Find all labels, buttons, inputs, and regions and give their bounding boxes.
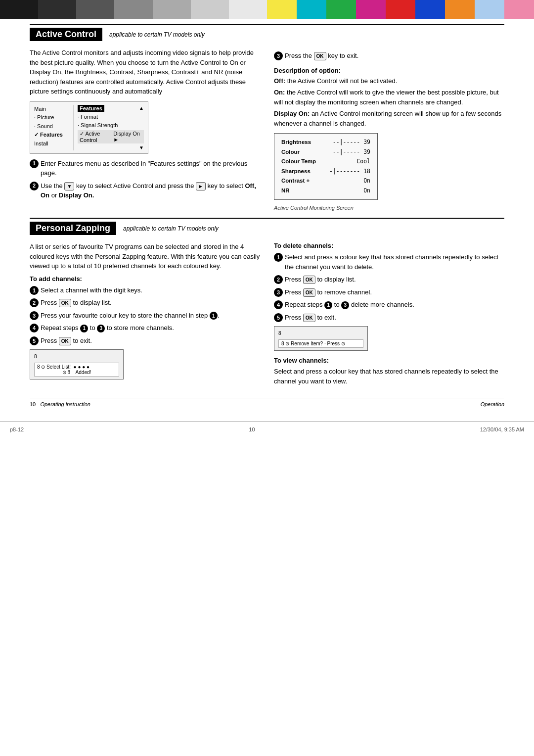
page-content: Active Control applicable to certain TV … <box>0 19 534 417</box>
monitor-box: Brightness --|----- 39 Colour --|----- 3… <box>274 133 378 200</box>
pz-add-step4-num: 4 <box>30 324 39 332</box>
desc-on-term: On: <box>274 89 285 96</box>
menu-item-install: Install <box>34 140 70 148</box>
nav-up-arrow: ▲ <box>139 105 144 111</box>
personal-zapping-section-header: Personal Zapping applicable to certain T… <box>30 218 504 237</box>
page-footer: 10 Operating instruction Operation <box>30 398 504 407</box>
top-bar-right <box>267 0 534 19</box>
pz-del-step2-num: 2 <box>274 275 283 284</box>
menu-item-features: ✓ Features <box>34 131 70 140</box>
monitor-label-brightness: Brightness <box>281 138 326 147</box>
nav-down-arrow: ▼ <box>139 145 144 150</box>
reg-left: p8-12 <box>10 426 24 432</box>
desc-on-text: the Active Control will work to give the… <box>274 89 499 106</box>
menu-col2: Features ▲ · Format · Signal Strength ✓ … <box>74 105 144 150</box>
desc-off-term: Off: <box>274 77 285 85</box>
footer-left-label: Operating instruction <box>40 401 90 407</box>
monitor-row-nr: NR On <box>281 186 370 196</box>
inline-step3-num: 3 <box>97 325 105 332</box>
swatch-dark <box>38 0 76 19</box>
reg-marks-row: p8-12 10 12/30/04, 9:35 AM <box>0 421 534 437</box>
menu-item-sound: · Sound <box>34 122 70 131</box>
monitor-val-sharpness: -|------- 18 <box>329 167 370 177</box>
tv-box-row-top: 8 <box>34 352 119 361</box>
pz-del-step5-num: 5 <box>274 313 283 322</box>
step-2: 2 Use the ▼ key to select Active Control… <box>30 181 260 200</box>
add-channels-title: To add channels: <box>30 275 260 283</box>
monitor-val-brightness: --|----- 39 <box>333 138 370 147</box>
menu-active-value: Display On ► <box>113 131 142 142</box>
monitor-caption: Active Control Monitoring Screen <box>274 205 504 211</box>
monitor-row-sharpness: Sharpness -|------- 18 <box>281 167 370 177</box>
swatch-gray2 <box>114 0 152 19</box>
monitor-label-contrast: Contrast + <box>281 176 326 186</box>
pz-del-step3-text: Press OK to remove channel. <box>285 287 372 297</box>
active-control-subtitle: applicable to certain TV models only <box>109 31 205 38</box>
pz-intro: A list or series of favourite TV program… <box>30 242 260 271</box>
pz-add-step3-num: 3 <box>30 311 39 320</box>
step-3-num: 3 <box>274 51 283 60</box>
pz-add-step2-num: 2 <box>30 298 39 307</box>
pz-del-step5: 5 Press OK to exit. <box>274 313 504 323</box>
del-tv-box-inner: 8 ⊙ Remove Item? · Press ⊙ <box>278 339 363 348</box>
swatch-gray1 <box>76 0 114 19</box>
personal-zapping-title: Personal Zapping <box>30 222 116 235</box>
active-control-title: Active Control <box>30 28 102 41</box>
pz-del-step1: 1 Select and press a colour key that has… <box>274 252 504 272</box>
pz-add-step3-text: Press your favourite colour key to store… <box>41 311 219 321</box>
monitor-label-colour-temp: Colour Temp <box>281 157 326 167</box>
delete-channels-tv-box: 8 8 ⊙ Remove Item? · Press ⊙ <box>274 326 368 351</box>
pz-del-step3-num: 3 <box>274 288 283 297</box>
reg-center: 10 <box>249 426 255 432</box>
step-1-text: Enter Features menu as described in "Fea… <box>41 159 260 178</box>
pz-ok-icon-4: OK <box>303 288 315 297</box>
swatch-green <box>326 0 356 19</box>
menu-col2-title: Features <box>78 105 104 112</box>
footer-page-num-left: 10 Operating instruction <box>30 401 90 407</box>
menu-item-signal-strength: · Signal Strength <box>78 121 144 130</box>
inline-step1b-num: 1 <box>80 325 88 332</box>
description-box: Description of option: Off: the Active C… <box>274 67 504 129</box>
add-channels-tv-box: 8 8 ⊙ Select List! ● ● ● ● ⊙ 8 Added! <box>30 349 124 379</box>
monitor-row-brightness: Brightness --|----- 39 <box>281 138 370 147</box>
swatch-gray4 <box>191 0 229 19</box>
del-inline-step1: 1 <box>324 301 332 309</box>
menu-col1: Main · Picture · Sound ✓ Features Instal… <box>34 105 74 150</box>
swatch-cyan <box>297 0 326 19</box>
top-bar-left <box>0 0 267 19</box>
pz-add-step5-num: 5 <box>30 336 39 345</box>
active-control-right-col: 3 Press the OK key to exit. Description … <box>274 48 504 211</box>
pz-add-step2-text: Press OK to display list. <box>41 298 112 308</box>
monitor-row-colour: Colour --|----- 39 <box>281 147 370 157</box>
step-1-num: 1 <box>30 159 39 168</box>
monitor-label-colour: Colour <box>281 147 326 157</box>
down-key-icon: ▼ <box>64 182 74 190</box>
tv-box-select-row: 8 ⊙ Select List! ● ● ● ● <box>37 364 116 370</box>
step-2-text: Use the ▼ key to select Active Control a… <box>41 181 260 200</box>
swatch-blue <box>415 0 445 19</box>
del-tv-box-row-top: 8 <box>278 329 363 338</box>
menu-active-control-row: ✓ Active Control Display On ► <box>78 130 144 143</box>
desc-display-term: Display On: <box>274 110 310 117</box>
pz-ok-icon-5: OK <box>303 314 315 322</box>
swatch-gray3 <box>153 0 191 19</box>
swatch-red <box>386 0 415 19</box>
inline-step1-num: 1 <box>210 312 218 320</box>
pz-right-col: To delete channels: 1 Select and press a… <box>274 242 504 390</box>
right-key-icon: ► <box>196 182 206 190</box>
delete-channels-title: To delete channels: <box>274 242 504 249</box>
step-3: 3 Press the OK key to exit. <box>274 51 504 61</box>
swatch-white <box>229 0 267 19</box>
monitor-val-contrast: On <box>363 176 370 186</box>
footer-left-num: 10 <box>30 401 36 407</box>
del-tv-box-remove-row: 8 ⊙ Remove Item? · Press ⊙ <box>281 341 360 346</box>
pz-add-step4: 4 Repeat steps 1 to 3 to store more chan… <box>30 323 260 333</box>
pz-add-step5-text: Press OK to exit. <box>41 336 92 346</box>
pz-add-step1-text: Select a channel with the digit keys. <box>41 285 142 295</box>
menu-item-picture: · Picture <box>34 113 70 122</box>
swatch-magenta <box>356 0 386 19</box>
view-channels-text: Select and press a colour key that has s… <box>274 367 504 386</box>
desc-display: Display On: an Active Control monitoring… <box>274 109 504 128</box>
desc-title: Description of option: <box>274 67 504 74</box>
pz-add-step3: 3 Press your favourite colour key to sto… <box>30 311 260 321</box>
